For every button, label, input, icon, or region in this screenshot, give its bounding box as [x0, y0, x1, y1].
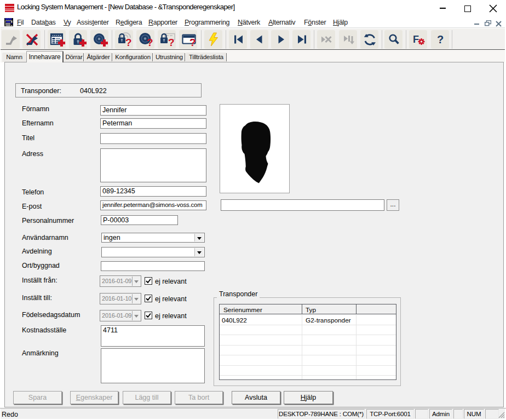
svg-text:?: ?: [189, 37, 196, 48]
svg-text:F: F: [413, 34, 419, 45]
svg-text:?: ?: [168, 37, 175, 48]
svg-text:?: ?: [147, 37, 153, 48]
svg-text:?: ?: [437, 33, 444, 45]
svg-text:?: ?: [125, 37, 132, 48]
